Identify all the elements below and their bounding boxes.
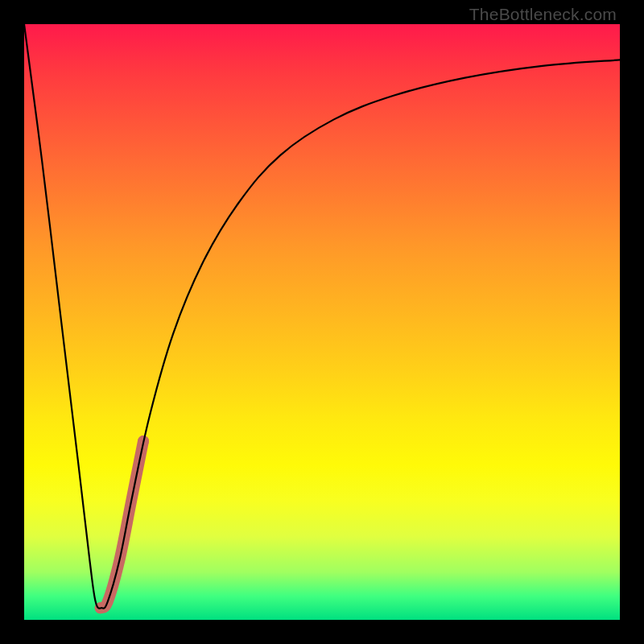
chart-frame: TheBottleneck.com — [0, 0, 644, 644]
highlight-segment — [101, 441, 143, 608]
bottleneck-curve — [24, 24, 620, 609]
watermark-text: TheBottleneck.com — [469, 5, 617, 24]
chart-svg — [24, 24, 620, 620]
plot-area — [24, 24, 620, 620]
